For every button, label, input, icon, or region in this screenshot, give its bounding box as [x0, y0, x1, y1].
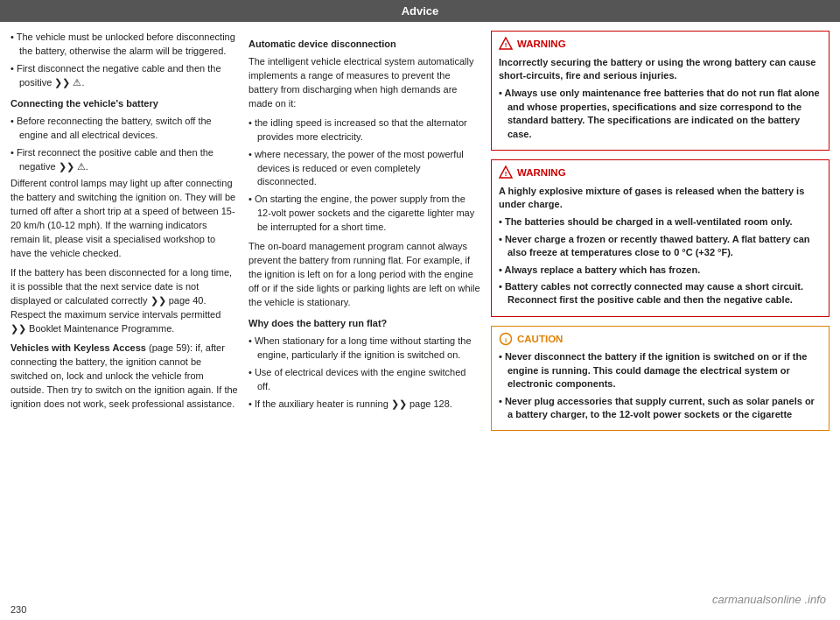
caution-box-1: i CAUTION Never disconnect the battery i… [491, 326, 830, 432]
mid-bullet2: where necessary, the power of the most p… [248, 148, 480, 190]
page: Advice The vehicle must be unlocked befo… [0, 0, 840, 620]
right-column: ! WARNING Incorrectly securing the batte… [491, 31, 830, 594]
caution1-bullet1: Never disconnect the battery if the igni… [499, 350, 822, 391]
warning-header-2: ! WARNING [499, 166, 822, 180]
svg-text:!: ! [505, 41, 508, 49]
header-bar: Advice [0, 0, 840, 22]
warning2-bold-text: A highly explosive mixture of gases is r… [499, 185, 822, 212]
warning-icon-1: ! [499, 37, 513, 51]
warning2-bullet3: Always replace a battery which has froze… [499, 264, 822, 277]
warning-box-1: ! WARNING Incorrectly securing the batte… [491, 31, 830, 151]
mid-section2-bullet1: When stationary for a long time without … [248, 335, 480, 363]
caution1-bullet2: Never plug accessories that supply curre… [499, 395, 822, 422]
svg-text:!: ! [505, 170, 508, 178]
warning-label-1: WARNING [517, 37, 566, 52]
content-area: The vehicle must be unlocked before disc… [0, 22, 840, 601]
mid-para2: The on-board management program cannot a… [248, 240, 480, 310]
left-keyless: Vehicles with Keyless Access (page 59): … [10, 342, 238, 412]
warning2-bullet2: Never charge a frozen or recently thawed… [499, 233, 822, 260]
mid-column: Automatic device disconnection The intel… [248, 31, 480, 594]
left-section1-bullet2: First reconnect the positive cable and t… [10, 146, 238, 174]
caution-label-1: CAUTION [517, 332, 563, 347]
warning2-bullet1: The batteries should be charged in a wel… [499, 215, 822, 229]
mid-section2-heading: Why does the battery run flat? [248, 317, 480, 331]
left-section1-heading: Connecting the vehicle's battery [10, 97, 238, 111]
mid-heading: Automatic device disconnection [248, 38, 480, 52]
left-column: The vehicle must be unlocked before disc… [10, 31, 238, 594]
warning-header-1: ! WARNING [499, 37, 822, 52]
left-bullet-1: The vehicle must be unlocked before disc… [10, 31, 238, 59]
mid-para1: The intelligent vehicle electrical syste… [248, 55, 480, 111]
left-section1-bullet1: Before reconnecting the battery, switch … [10, 115, 238, 143]
warning2-bullet4: Battery cables not correctly connected m… [499, 280, 822, 307]
warning1-bold-text: Incorrectly securing the battery or usin… [499, 56, 822, 83]
svg-text:i: i [505, 336, 507, 344]
warning-icon-2: ! [499, 166, 513, 180]
warning-label-2: WARNING [517, 166, 566, 180]
mid-section2-bullet3: If the auxiliary heater is running ❯❯ pa… [248, 398, 480, 412]
left-section1-para2: If the battery has been disconnected for… [10, 266, 238, 336]
warning1-bullet1: Always use only maintenance free batteri… [499, 87, 822, 141]
header-title: Advice [402, 4, 439, 18]
caution-header-1: i CAUTION [499, 332, 822, 347]
caution-icon-1: i [499, 332, 513, 346]
mid-bullet3: On starting the engine, the power supply… [248, 193, 480, 235]
watermark: carmanualsonline .info [712, 593, 826, 606]
mid-bullet1: the idling speed is increased so that th… [248, 116, 480, 144]
mid-section2-bullet2: Use of electrical devices with the engin… [248, 366, 480, 394]
warning-box-2: ! WARNING A highly explosive mixture of … [491, 159, 830, 317]
left-section1-para1: Different control lamps may light up aft… [10, 177, 238, 261]
left-bullet-2: First disconnect the negative cable and … [10, 62, 238, 90]
